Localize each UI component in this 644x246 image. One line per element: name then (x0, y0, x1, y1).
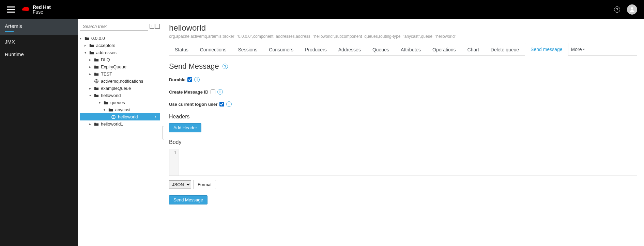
tree-label: DLQ (101, 57, 110, 62)
send-message-button[interactable]: Send Message (169, 195, 208, 204)
folder-icon (85, 36, 89, 41)
folder-icon (94, 58, 99, 62)
brand-primary: Red Hat (33, 5, 51, 10)
folder-icon (94, 72, 99, 77)
brand-logo[interactable]: Red Hat Fuse (20, 5, 51, 14)
editor-gutter: 1 (169, 149, 179, 176)
headers-heading: Headers (169, 114, 637, 120)
editor-text-area[interactable] (179, 149, 637, 176)
tree-node-acceptors[interactable]: ▸acceptors (80, 42, 160, 49)
tab-send-message[interactable]: Send message (525, 43, 568, 56)
body-editor[interactable]: 1 (169, 149, 637, 176)
jmx-tree: ▾ 0.0.0.0 ▸acceptors ▾addresses ▸DLQ ▸Ex… (80, 35, 160, 128)
panel-splitter[interactable] (162, 126, 164, 140)
format-button[interactable]: Format (193, 180, 216, 189)
tab-status[interactable]: Status (169, 43, 194, 56)
folder-icon (108, 108, 113, 112)
tab-producers[interactable]: Producers (299, 43, 333, 56)
help-icon[interactable]: ? (614, 6, 620, 13)
nav-item-artemis[interactable]: Artemis (0, 19, 78, 35)
tree-node-dlq[interactable]: ▸DLQ (80, 56, 160, 63)
tree-label: 0.0.0.0 (91, 36, 105, 41)
tab-delete-queue[interactable]: Delete queue (485, 43, 525, 56)
info-icon[interactable]: i (194, 77, 200, 82)
top-bar: Red Hat Fuse ? (0, 0, 644, 19)
durable-checkbox[interactable] (187, 77, 192, 82)
tree-label: exampleQueue (101, 86, 131, 91)
page-subtitle: org.apache.activemq.artemis:broker="0.0.… (169, 34, 637, 39)
create-message-id-checkbox[interactable] (211, 89, 215, 94)
tree-node-queues[interactable]: ▾queues (80, 99, 160, 106)
nav-item-runtime[interactable]: Runtime (0, 47, 78, 60)
nav-item-jmx[interactable]: JMX (0, 35, 78, 47)
info-icon[interactable]: i (217, 89, 223, 95)
folder-icon (89, 50, 94, 55)
format-select[interactable]: JSON (169, 180, 191, 189)
tree-label: TEST (101, 71, 112, 77)
tree-label: helloworld (118, 114, 138, 119)
tree-expand-all-button[interactable]: + (150, 24, 154, 29)
tree-node-helloworld[interactable]: ▾helloworld (80, 92, 160, 99)
tab-queues[interactable]: Queues (367, 43, 395, 56)
tab-chart[interactable]: Chart (462, 43, 485, 56)
folder-icon (89, 43, 94, 48)
tree-label: helloworld (101, 93, 121, 98)
redhat-icon (20, 6, 31, 13)
tree-node-expiryqueue[interactable]: ▸ExpiryQueue (80, 63, 160, 70)
tree-panel: + − ▾ 0.0.0.0 ▸acceptors ▾addresses (78, 19, 162, 246)
use-current-user-row: Use current logon user i (169, 101, 637, 107)
tree-collapse-all-button[interactable]: − (155, 24, 160, 29)
tab-operations[interactable]: Operations (427, 43, 461, 56)
brand-secondary: Fuse (33, 10, 51, 14)
folder-icon (94, 93, 99, 98)
use-current-user-checkbox[interactable] (219, 102, 224, 106)
tab-connections[interactable]: Connections (194, 43, 232, 56)
info-icon[interactable]: ? (223, 64, 228, 69)
tree-label: helloworld1 (101, 121, 123, 127)
tab-more-dropdown[interactable]: More ▾ (568, 43, 588, 55)
tree-node-examplequeue[interactable]: ▸exampleQueue (80, 85, 160, 92)
create-message-id-label: Create Message ID (169, 89, 209, 95)
tree-label: ExpiryQueue (101, 64, 126, 69)
tab-attributes[interactable]: Attributes (395, 43, 427, 56)
tree-node-test[interactable]: ▸TEST (80, 70, 160, 78)
body-heading: Body (169, 139, 637, 145)
tree-label: anycast (115, 107, 131, 112)
folder-icon (94, 86, 99, 91)
tree-label: addresses (96, 50, 117, 55)
chevron-down-icon: ▾ (583, 47, 585, 51)
send-message-heading: Send Message (169, 62, 219, 71)
main-content: helloworld org.apache.activemq.artemis:b… (162, 19, 644, 246)
user-avatar[interactable] (627, 4, 637, 15)
tab-bar: Status Connections Sessions Consumers Pr… (169, 43, 637, 56)
use-current-user-label: Use current logon user (169, 102, 217, 107)
tree-search-input[interactable] (80, 22, 148, 31)
chevron-right-icon: › (155, 115, 156, 119)
hamburger-menu[interactable] (7, 6, 15, 13)
add-header-button[interactable]: Add Header (169, 123, 201, 132)
folder-icon (94, 122, 99, 127)
tree-node-helloworld1[interactable]: ▸helloworld1 (80, 120, 160, 128)
tab-sessions[interactable]: Sessions (232, 43, 263, 56)
globe-icon (111, 115, 116, 119)
brand-text: Red Hat Fuse (33, 5, 51, 14)
globe-icon (94, 79, 99, 84)
folder-icon (104, 100, 108, 105)
tab-consumers[interactable]: Consumers (263, 43, 299, 56)
durable-label: Durable (169, 77, 185, 82)
topbar-right: ? (614, 4, 637, 15)
tree-node-addresses[interactable]: ▾addresses (80, 49, 160, 56)
svg-point-0 (631, 7, 633, 10)
page-title: helloworld (169, 23, 637, 33)
tab-addresses[interactable]: Addresses (333, 43, 367, 56)
tree-node-amq-notifications[interactable]: ▸activemq.notifications (80, 78, 160, 85)
info-icon[interactable]: i (226, 101, 232, 107)
tree-node-anycast[interactable]: ▾anycast (80, 106, 160, 113)
tree-node-helloworld-queue[interactable]: helloworld › (80, 113, 160, 120)
topbar-left: Red Hat Fuse (7, 5, 51, 14)
tree-label: queues (110, 100, 125, 105)
folder-icon (94, 65, 99, 69)
tab-more-label: More (571, 47, 582, 52)
left-navbar: Artemis JMX Runtime (0, 19, 78, 246)
tree-node-root[interactable]: ▾ 0.0.0.0 (80, 35, 160, 42)
